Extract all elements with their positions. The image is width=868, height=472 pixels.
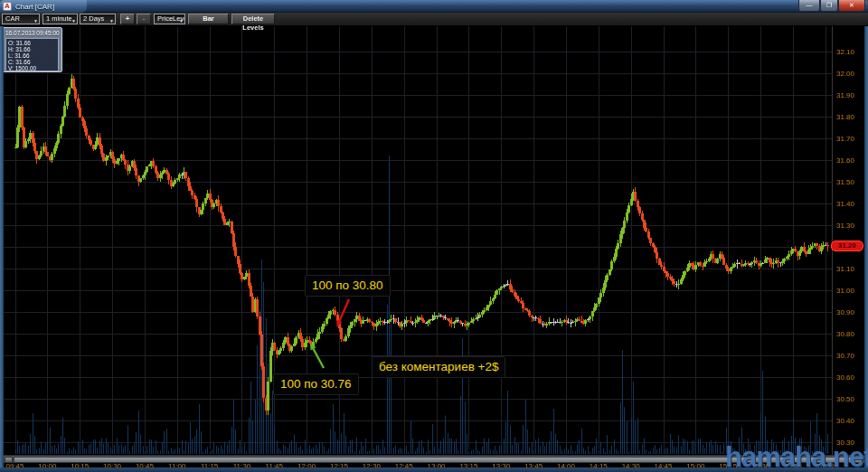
delete-levels-button[interactable]: Delete Levels	[231, 14, 275, 24]
ohlc-tooltip: 16.07.2013 09:45:00 O: 31.66 H: 31.66 L:…	[2, 27, 62, 72]
period-dropdown-value: 2 Days	[83, 14, 104, 23]
zoom-in-button[interactable]: +	[120, 14, 135, 24]
scrollbar-left-box[interactable]	[5, 457, 13, 463]
chevron-down-icon: ▼	[109, 16, 114, 24]
trade-annotation-box[interactable]: 100 по 30.80	[305, 275, 391, 297]
window-buttons: — ❐ ✕	[798, 0, 865, 12]
app-icon: A	[3, 2, 12, 11]
period-dropdown[interactable]: 2 Days ▼	[80, 14, 116, 24]
trade-annotation-box[interactable]: 100 по 30.76	[273, 373, 359, 395]
bar-style-button[interactable]: Bar	[188, 14, 229, 24]
watermark: hamaha.net	[725, 441, 868, 472]
last-price-tag: 31.20	[831, 241, 863, 251]
interval-dropdown-value: 1 minute	[46, 14, 72, 23]
close-button[interactable]: ✕	[838, 0, 865, 12]
window-border-left	[0, 13, 4, 472]
trade-annotation-box[interactable]: без коментариев +2$	[372, 356, 505, 378]
maximize-button[interactable]: ❐	[820, 0, 838, 12]
tooltip-open: O: 31.66	[8, 40, 58, 46]
symbol-dropdown-value: CAR	[5, 14, 20, 23]
chart-window: A Chart [CAR] — ❐ ✕ CAR ▼ 1 minute ▼ 2 D…	[0, 0, 868, 472]
tooltip-high: H: 31.66	[8, 46, 58, 52]
chevron-down-icon: ▼	[179, 16, 184, 24]
title-bar[interactable]: A Chart [CAR]	[0, 0, 868, 13]
symbol-dropdown[interactable]: CAR ▼	[2, 14, 40, 24]
chevron-down-icon: ▼	[71, 16, 76, 24]
candlestick-chart-canvas[interactable]	[4, 26, 864, 467]
price-level-dropdown[interactable]: PriceLeve ▼	[154, 14, 185, 24]
window-border-right	[864, 13, 868, 472]
tooltip-low: L: 31.66	[8, 52, 58, 59]
minimize-button[interactable]: —	[798, 0, 820, 12]
zoom-out-button[interactable]: -	[137, 14, 151, 24]
chevron-down-icon: ▼	[33, 16, 38, 24]
window-title: Chart [CAR]	[15, 3, 54, 11]
tooltip-volume: V: 1500.00	[8, 65, 58, 71]
tooltip-close: C: 31.66	[8, 59, 58, 65]
interval-dropdown[interactable]: 1 minute ▼	[42, 14, 78, 24]
tooltip-datetime: 16.07.2013 09:45:00	[5, 30, 61, 36]
tooltip-values: O: 31.66 H: 31.66 L: 31.66 C: 31.66 V: 1…	[5, 38, 59, 71]
toolbar: CAR ▼ 1 minute ▼ 2 Days ▼ + - PriceLeve …	[0, 13, 868, 26]
